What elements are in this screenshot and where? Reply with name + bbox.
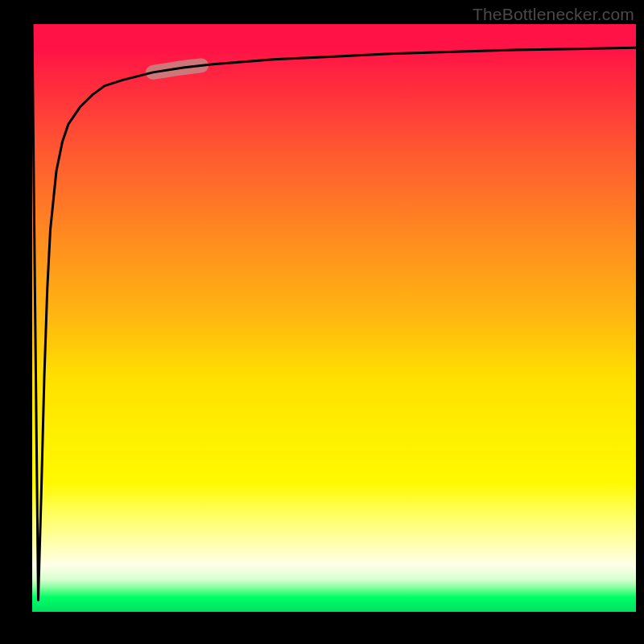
chart-frame xyxy=(32,24,636,612)
bottleneck-curve xyxy=(32,24,636,600)
watermark-text: TheBottlenecker.com xyxy=(473,5,634,24)
chart-svg xyxy=(32,24,636,612)
plot-area xyxy=(32,24,636,612)
